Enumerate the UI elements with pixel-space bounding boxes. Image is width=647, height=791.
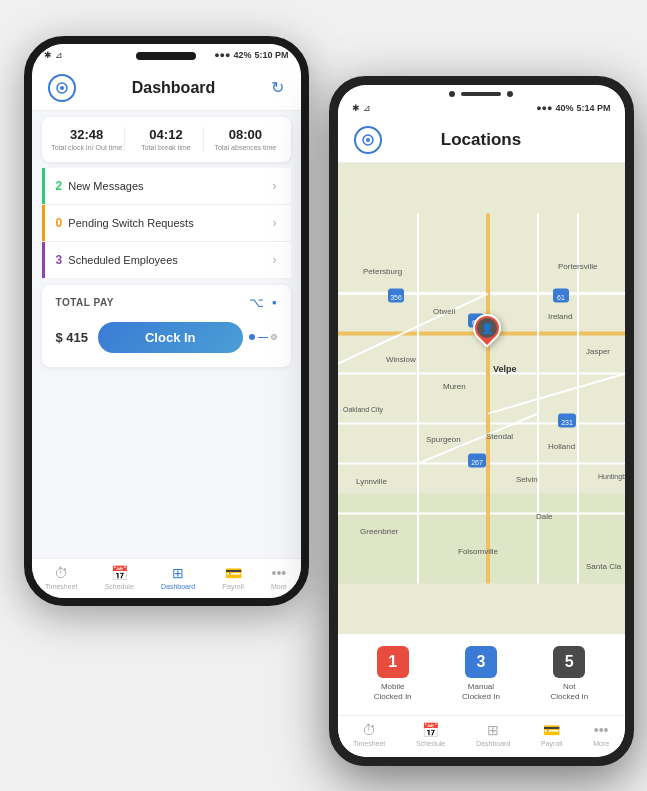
svg-rect-5 [338,493,625,583]
nav2-payroll[interactable]: 💳 Payroll [541,722,562,747]
dot-empty [271,334,277,340]
stat-break-label: Total break time [129,144,203,152]
stat-break-value: 04:12 [129,127,203,142]
map-pin: 👤 [473,314,501,342]
nav-schedule[interactable]: 📅 Schedule [105,565,134,590]
status2-right: ●●● 40% 5:14 PM [536,103,610,113]
menu-item-scheduled[interactable]: 3 Scheduled Employees › [42,242,291,279]
messages-text: 2 New Messages [56,179,144,193]
svg-text:Winslow: Winslow [386,354,416,363]
dashboard-icon: ⊞ [172,565,184,581]
nav-more[interactable]: ••• More [271,565,287,590]
logo-icon [55,81,69,95]
page-title: Dashboard [132,79,216,97]
svg-text:Santa Cla: Santa Cla [586,561,622,570]
schedule-icon: 📅 [111,565,128,581]
timeline-dots [249,334,277,340]
chart-icon[interactable]: ▪ [272,295,277,310]
scheduled-text: 3 Scheduled Employees [56,253,178,267]
menu-item-switch[interactable]: 0 Pending Switch Requests › [42,205,291,242]
scheduled-count: 3 [56,253,63,267]
svg-text:356: 356 [390,293,402,300]
total-pay-section: TOTAL PAY ⌥ ▪ $ 415 Clock In [42,285,291,367]
stat-clock-label: Total clock In/ Out time [50,144,124,152]
dashboard2-icon: ⊞ [487,722,499,738]
nav2-label-more: More [593,740,609,747]
not-clocked-label: NotClocked In [550,682,588,703]
locations-title: Locations [441,130,521,150]
nav-payroll[interactable]: 💳 Payroll [222,565,243,590]
signal2-bars: ●●● [536,103,552,113]
wifi2-icon: ⊿ [363,103,371,113]
stat-absence-value: 08:00 [208,127,282,142]
phone1-device: ✱ ⊿ ●●● 42% 5:10 PM Dashboard [24,36,309,606]
more2-icon: ••• [594,722,609,738]
phone2-notch [443,85,519,103]
clock-time: 5:10 PM [254,50,288,60]
pin-head: 👤 [467,308,507,348]
svg-text:Ireland: Ireland [548,311,572,320]
svg-text:Oakland City: Oakland City [343,405,384,413]
svg-text:Lynnville: Lynnville [356,476,387,485]
svg-text:Stendal: Stendal [486,431,513,440]
payroll-icon: 💳 [225,565,242,581]
wifi-icon: ⊿ [55,50,63,60]
battery2-level: 40% [555,103,573,113]
speaker-bar [461,92,501,96]
svg-text:Dale: Dale [536,511,553,520]
nav-label-timesheet: Timesheet [45,583,77,590]
stat-absence-label: Total absences time [208,144,282,152]
dot-filled [249,334,255,340]
svg-text:267: 267 [471,458,483,465]
chevron-icon: › [273,179,277,193]
clock2-time: 5:14 PM [576,103,610,113]
dot-line [258,337,268,338]
phone2-bottom-nav: ⏱ Timesheet 📅 Schedule ⊞ Dashboard 💳 Pay… [338,715,625,757]
network-icon[interactable]: ⌥ [249,295,264,310]
svg-text:Muren: Muren [443,381,466,390]
location-stats: 1 MobileClocked In 3 ManualClocked In 5 … [338,634,625,715]
svg-text:231: 231 [561,418,573,425]
stat-mobile-clocked: 1 MobileClocked In [374,646,412,703]
stat-not-clocked: 5 NotClocked In [550,646,588,703]
chevron-icon: › [273,216,277,230]
refresh-icon[interactable]: ↻ [271,78,284,97]
bluetooth-icon: ✱ [44,50,52,60]
svg-text:Jasper: Jasper [586,346,610,355]
nav-timesheet[interactable]: ⏱ Timesheet [45,565,77,590]
nav-label-payroll: Payroll [222,583,243,590]
nav2-timesheet[interactable]: ⏱ Timesheet [353,722,385,747]
nav2-dashboard[interactable]: ⊞ Dashboard [476,722,510,747]
pay-icons: ⌥ ▪ [249,295,277,310]
switch-label: Pending Switch Requests [68,217,193,229]
nav-label-dashboard: Dashboard [161,583,195,590]
switch-text: 0 Pending Switch Requests [56,216,194,230]
manual-clocked-num: 3 [465,646,497,678]
stat-clock-value: 32:48 [50,127,124,142]
stats-row: 32:48 Total clock In/ Out time 04:12 Tot… [42,117,291,162]
phone2-header: Locations [338,118,625,163]
nav2-label-schedule: Schedule [416,740,445,747]
nav2-more[interactable]: ••• More [593,722,609,747]
more-icon: ••• [272,565,287,581]
stat-clock: 32:48 Total clock In/ Out time [50,127,125,152]
nav-label-more: More [271,583,287,590]
nav2-schedule[interactable]: 📅 Schedule [416,722,445,747]
nav-dashboard[interactable]: ⊞ Dashboard [161,565,195,590]
clock-in-button[interactable]: Clock In [98,322,242,353]
app-logo [48,74,76,102]
svg-text:Huntingburg: Huntingburg [598,472,625,480]
stat-manual-clocked: 3 ManualClocked In [462,646,500,703]
mobile-clocked-num: 1 [377,646,409,678]
svg-text:Portersville: Portersville [558,261,598,270]
status2-left: ✱ ⊿ [352,103,371,113]
menu-items-list: 2 New Messages › 0 Pending Switch Reques… [42,168,291,279]
pay-amount: $ 415 [56,330,89,345]
status-left: ✱ ⊿ [44,50,63,60]
map-container[interactable]: 64 356 61 231 267 Petersburg Portersvill… [338,163,625,634]
signal-bars: ●●● [214,50,230,60]
app-logo2 [354,126,382,154]
manual-clocked-label: ManualClocked In [462,682,500,703]
menu-item-messages[interactable]: 2 New Messages › [42,168,291,205]
clock-in-row: $ 415 Clock In [56,318,277,357]
